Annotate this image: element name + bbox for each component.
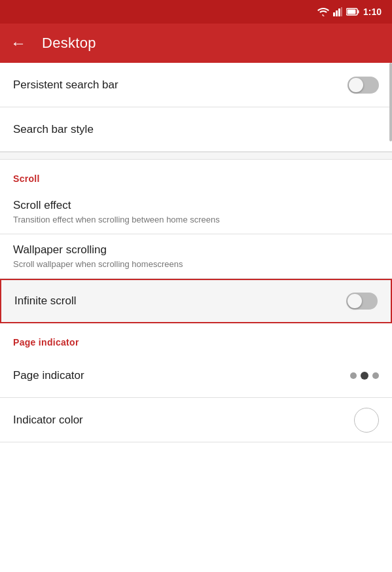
search-bar-style-item[interactable]: Search bar style [0, 107, 392, 152]
scroll-effect-item[interactable]: Scroll effect Transition effect when scr… [0, 190, 392, 234]
svg-rect-3 [341, 7, 342, 16]
page-indicator-label: Page indicator [13, 368, 84, 384]
infinite-scroll-toggle-thumb [347, 294, 362, 308]
toolbar-title: Desktop [42, 35, 96, 52]
scroll-header-label: Scroll [13, 173, 40, 184]
dot-1 [350, 372, 357, 379]
settings-content: Persistent search bar Search bar style S… [0, 63, 392, 442]
section-separator [0, 152, 392, 160]
scroll-effect-label: Scroll effect [13, 198, 220, 213]
toggle-track [347, 77, 379, 94]
infinite-scroll-item[interactable]: Infinite scroll [0, 279, 392, 323]
wallpaper-scrolling-subtitle: Scroll wallpaper when scrolling homescre… [13, 259, 183, 270]
page-indicator-section-header: Page indicator [0, 323, 392, 353]
signal-icon [333, 7, 342, 16]
indicator-color-label: Indicator color [13, 412, 83, 428]
wallpaper-scrolling-item[interactable]: Wallpaper scrolling Scroll wallpaper whe… [0, 234, 392, 279]
dot-2 [361, 372, 368, 380]
infinite-scroll-label: Infinite scroll [14, 293, 76, 309]
battery-icon [346, 8, 359, 16]
search-bar-style-label: Search bar style [13, 122, 94, 137]
page-indicator-item[interactable]: Page indicator [0, 353, 392, 398]
back-button[interactable]: ← [10, 34, 26, 52]
page-indicator-header-label: Page indicator [13, 337, 79, 348]
infinite-scroll-toggle-track [346, 293, 378, 310]
persistent-search-bar-label: Persistent search bar [13, 77, 118, 93]
scroll-section-header: Scroll [0, 160, 392, 190]
svg-rect-5 [357, 10, 359, 14]
svg-rect-6 [347, 10, 355, 14]
status-icons: 1:10 [317, 7, 382, 17]
infinite-scroll-toggle[interactable] [346, 293, 378, 310]
wallpaper-scrolling-label: Wallpaper scrolling [13, 242, 183, 258]
status-bar: 1:10 [0, 0, 392, 24]
wifi-icon [317, 7, 329, 16]
persistent-search-bar-toggle[interactable] [347, 77, 379, 94]
page-indicator-dots [350, 372, 379, 380]
toggle-thumb [349, 78, 363, 92]
svg-rect-0 [333, 12, 335, 16]
persistent-search-bar-item[interactable]: Persistent search bar [0, 63, 392, 107]
color-circle[interactable] [354, 408, 379, 433]
toolbar: ← Desktop [0, 24, 392, 63]
status-time: 1:10 [363, 7, 382, 17]
scroll-effect-subtitle: Transition effect when scrolling between… [13, 214, 220, 226]
svg-rect-2 [338, 9, 340, 16]
svg-rect-1 [336, 10, 338, 16]
indicator-color-item[interactable]: Indicator color [0, 398, 392, 442]
dot-3 [372, 372, 379, 379]
scrollbar[interactable] [389, 63, 392, 141]
